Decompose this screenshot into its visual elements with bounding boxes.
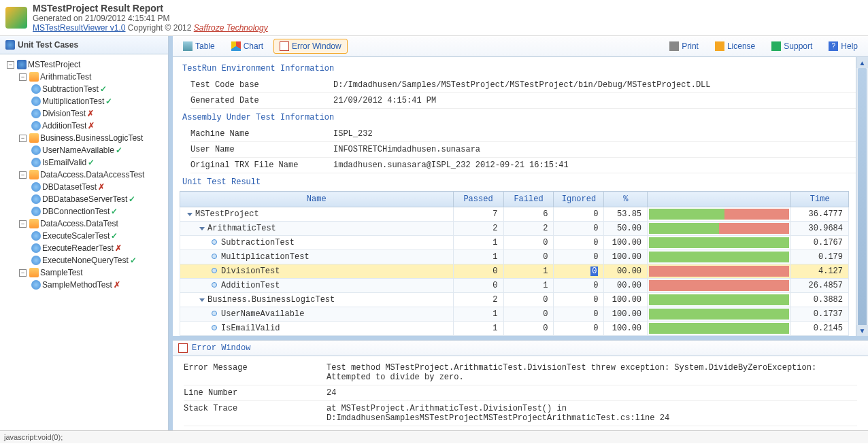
result-table: Name Passed Failed Ignored % Time MSTest… (180, 191, 849, 336)
machine-label: Machine Name (190, 129, 333, 139)
error-panel: Error Window Error MessageTest method MS… (173, 340, 868, 430)
chart-icon (231, 41, 241, 51)
viewer-link[interactable]: MSTestResultViewer v1.0 (33, 23, 126, 33)
table-row[interactable]: MSTestProject76053.8536.4777 (180, 207, 849, 222)
col-passed[interactable]: Passed (453, 192, 503, 207)
trx-value: imdadhusen.sunasara@ISPL_232 2012-09-21 … (333, 160, 569, 170)
help-icon: ? (829, 41, 838, 51)
help-button[interactable]: ?Help (822, 39, 864, 54)
status-bar: javascript:void(0); (0, 430, 868, 443)
col-pct[interactable]: % (604, 192, 648, 207)
scrollbar-thumb[interactable] (858, 68, 867, 336)
tree-test[interactable]: DBDatabaseServerTest✓ (27, 193, 165, 205)
gendate-value: 21/09/2012 4:15:41 PM (333, 96, 436, 105)
company-link[interactable]: Saffroze Technology (194, 23, 268, 33)
machine-value: ISPL_232 (333, 129, 373, 139)
license-icon (715, 41, 724, 51)
tree-title-icon (5, 40, 15, 50)
tree-view[interactable]: − MSTestProject− ArithmaticTest Subtract… (0, 54, 168, 430)
table-row[interactable]: ArithmaticTest22050.0030.9684 (180, 222, 849, 236)
assembly-section-header: Assembly Under Test Information (180, 109, 861, 126)
codebase-label: Test Code base (190, 80, 333, 90)
content-body[interactable]: TestRun Environment Information Test Cod… (173, 57, 868, 336)
tree-group[interactable]: − DataAccess.DataAccessTest (15, 169, 165, 181)
trx-label: Original TRX File Name (190, 160, 333, 170)
col-ignored[interactable]: Ignored (554, 192, 604, 207)
table-row[interactable]: Business.BusinessLogicTest200100.000.388… (180, 293, 849, 307)
error-msg-label: Error Message (184, 363, 327, 382)
table-row[interactable]: DivisionTest01000.004.127 (180, 264, 849, 279)
sidebar-title: Unit Test Cases (0, 36, 168, 54)
table-button[interactable]: Table (177, 39, 221, 54)
table-row[interactable]: IsEmailValid100100.000.2145 (180, 322, 849, 336)
table-row[interactable]: MultiplicationTest100100.000.179 (180, 250, 849, 264)
error-trace-value: at MSTestProject.ArithmaticTest.Division… (327, 404, 857, 423)
user-value: INFOSTRETCHimdadhusen.sunasara (333, 145, 480, 154)
col-name[interactable]: Name (180, 192, 454, 207)
col-failed[interactable]: Failed (503, 192, 554, 207)
scroll-up-arrow[interactable]: ▲ (856, 57, 868, 68)
table-icon (183, 41, 193, 51)
error-window-icon (280, 41, 289, 51)
codebase-value: D:/Imdadhusen/Samples/MSTestProject/MSTe… (333, 80, 711, 90)
error-panel-icon (178, 343, 188, 353)
error-msg-value: Test method MSTestProject.ArithmaticTest… (327, 363, 857, 382)
tree-root[interactable]: − MSTestProject (3, 58, 165, 71)
tree-test[interactable]: DBDatasetTest✗ (27, 181, 165, 193)
table-row[interactable]: UserNameAvailable100100.000.1737 (180, 307, 849, 322)
tree-sidebar: Unit Test Cases − MSTestProject− Arithma… (0, 36, 169, 430)
error-line-label: Line Number (184, 388, 327, 398)
toolbar: Table Chart Error Window Print License S… (173, 36, 868, 57)
table-row[interactable]: AdditionTest01000.0026.4857 (180, 279, 849, 293)
tree-test[interactable]: ExecuteNoneQueryTest✓ (27, 254, 165, 266)
result-section-header: Unit Test Result (180, 173, 861, 191)
tree-test[interactable]: IsEmailValid✓ (27, 156, 165, 169)
tree-test[interactable]: UserNameAvailable✓ (27, 144, 165, 156)
tree-test[interactable]: DBConnectionTest✓ (27, 205, 165, 218)
tree-test[interactable]: DivisionTest✗ (27, 107, 165, 120)
license-button[interactable]: License (709, 39, 761, 54)
print-icon (669, 41, 679, 51)
error-trace-label: Stack Trace (184, 404, 327, 423)
error-panel-title: Error Window (173, 341, 868, 356)
table-row[interactable]: SubtractionTest100100.000.1767 (180, 236, 849, 250)
env-section-header: TestRun Environment Information (180, 60, 861, 77)
tree-test[interactable]: AdditionTest✗ (27, 120, 165, 132)
support-icon (771, 41, 781, 51)
tree-test[interactable]: MultiplicationTest✓ (27, 95, 165, 107)
copyright-text: Copyright © 2012 (126, 23, 194, 33)
col-time[interactable]: Time (791, 192, 849, 207)
chart-button[interactable]: Chart (225, 39, 269, 54)
app-header: MSTestProject Result Report Generated on… (0, 0, 868, 36)
tree-group[interactable]: − Business.BusinessLogicTest (15, 132, 165, 144)
tree-group[interactable]: − ArithmaticTest (15, 71, 165, 83)
print-button[interactable]: Print (663, 39, 705, 54)
col-bar[interactable] (648, 192, 791, 207)
support-button[interactable]: Support (765, 39, 818, 54)
error-line-value: 24 (327, 388, 336, 398)
gendate-label: Generated Date (190, 96, 333, 105)
tree-group[interactable]: − DataAccess.DataTest (15, 218, 165, 230)
user-label: User Name (190, 145, 333, 154)
scroll-down-arrow[interactable]: ▼ (856, 325, 868, 336)
generated-line: Generated on 21/09/2012 4:15:41 PM (33, 14, 268, 23)
vertical-scrollbar[interactable]: ▲ ▼ (856, 57, 868, 336)
tree-group[interactable]: − SampleTest (15, 266, 165, 279)
error-window-button[interactable]: Error Window (273, 39, 348, 54)
app-title: MSTestProject Result Report (33, 3, 268, 14)
app-icon (5, 7, 27, 29)
tree-test[interactable]: ExecuteScalerTest✓ (27, 230, 165, 242)
tree-test[interactable]: ExecuteReaderTest✗ (27, 242, 165, 254)
tree-test[interactable]: SubtractionTest✓ (27, 83, 165, 95)
tree-test[interactable]: SampleMethodTest✗ (27, 279, 165, 291)
